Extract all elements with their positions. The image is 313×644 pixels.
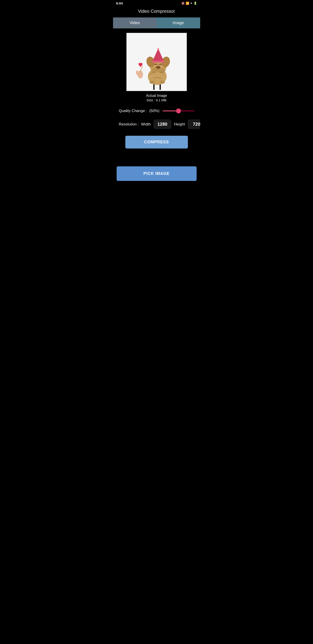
height-input[interactable] (188, 120, 200, 129)
status-time: 6:04 (116, 1, 123, 5)
plane-icon: ✈ (190, 2, 193, 5)
tab-video[interactable]: Video (113, 18, 157, 28)
quality-slider[interactable] (163, 110, 194, 111)
status-icons-group: 🔇 📶 ✈ 🔋 (181, 2, 197, 5)
image-label: Actual Image (146, 94, 167, 98)
svg-point-8 (149, 80, 155, 84)
image-info: Actual Image Size : 4.1 MB (146, 94, 167, 102)
svg-point-13 (151, 68, 158, 73)
quality-label: Quality Change : (119, 109, 147, 113)
svg-point-12 (157, 67, 158, 68)
width-label: Width (141, 122, 151, 126)
resolution-group: Width Height (141, 120, 200, 129)
tab-image[interactable]: Image (157, 18, 200, 28)
svg-point-19 (157, 48, 159, 50)
app-bar: Video Compressor (113, 6, 200, 18)
main-content: Actual Image Size : 4.1 MB Quality Chang… (113, 28, 200, 166)
tab-bar: Video Image (113, 18, 200, 28)
pick-image-button[interactable]: PICK IMAGE (117, 166, 197, 181)
quality-percent: (50%) (149, 109, 159, 113)
battery-icon: 🔋 (194, 2, 197, 5)
status-bar: 6:04 🔇 📶 ✈ 🔋 (113, 0, 200, 6)
svg-rect-18 (152, 61, 164, 62)
image-size: Size : 4.1 MB (146, 98, 167, 102)
mute-icon: 🔇 (181, 2, 185, 5)
height-label: Height (174, 122, 185, 126)
compress-button[interactable]: COMPRESS (125, 136, 188, 148)
width-input[interactable] (153, 120, 171, 129)
resolution-label: Resolution : (119, 122, 139, 126)
wifi-icon: 📶 (186, 2, 189, 5)
svg-point-9 (160, 80, 165, 84)
resolution-row: Resolution : Width Height (117, 120, 197, 129)
quality-row: Quality Change : (50%) (117, 109, 197, 113)
bottom-area: PICK IMAGE (113, 166, 200, 190)
image-preview-container (126, 33, 187, 91)
app-title: Video Compressor (138, 9, 175, 14)
